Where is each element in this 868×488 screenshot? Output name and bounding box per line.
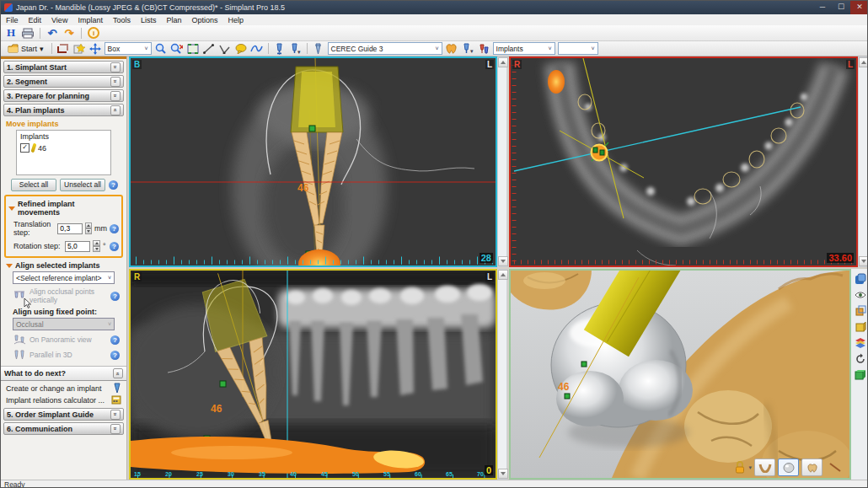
implant-handle[interactable] <box>581 362 587 367</box>
menu-plan[interactable]: Plan <box>161 16 186 24</box>
menu-view[interactable]: View <box>46 16 72 24</box>
fixed-point-select[interactable]: Occlusal˅ <box>13 318 115 330</box>
section-order-guide[interactable]: 5. Order Simplant Guide » <box>3 408 124 421</box>
line-tool-icon[interactable] <box>202 42 216 55</box>
axial-viewport[interactable]: R L 33.60 <box>509 56 858 267</box>
move-tool-icon[interactable] <box>88 42 102 55</box>
lock-dropdown-caret[interactable]: ▾ <box>748 464 752 471</box>
section-communication[interactable]: 6. Communication » <box>3 422 124 435</box>
reference-implant-select[interactable]: <Select reference implant>˅ <box>13 271 115 284</box>
minimize-button[interactable]: ─ <box>813 1 832 14</box>
axial-scrollbar[interactable] <box>858 56 868 267</box>
bone-cube-icon[interactable] <box>854 368 866 381</box>
new-plan-icon[interactable] <box>72 42 86 55</box>
create-implant-link[interactable]: Create or change an implant <box>6 383 121 394</box>
box-select[interactable]: Box˅ <box>104 42 152 55</box>
menu-tools[interactable]: Tools <box>108 16 136 24</box>
implant-list-item[interactable]: ✓ 46 <box>20 143 107 153</box>
angle-tool-icon[interactable] <box>218 42 232 55</box>
print-icon[interactable] <box>21 27 35 40</box>
cross-section-viewport[interactable]: 46 B L 28 <box>129 56 497 267</box>
align-parallel-row: Parallel in 3D ? <box>13 349 120 361</box>
implant-dropdown-icon[interactable]: ▾ <box>461 42 474 55</box>
panoramic-scrollbar[interactable] <box>497 269 507 480</box>
chevron-up-icon[interactable]: » <box>110 105 121 115</box>
help-icon[interactable]: ? <box>110 351 120 360</box>
help-icon[interactable]: ? <box>110 292 120 301</box>
comment-tool-icon[interactable] <box>234 42 248 55</box>
chevron-down-icon[interactable]: » <box>110 77 121 87</box>
implant-handle[interactable] <box>565 394 570 399</box>
three-d-viewport[interactable]: 46 ▾ <box>509 269 851 480</box>
segmentation-layers-icon[interactable] <box>854 336 866 349</box>
implants-listbox[interactable]: Implants ✓ 46 <box>16 130 111 175</box>
volume-box-icon[interactable] <box>854 320 866 333</box>
layers-icon[interactable] <box>854 272 866 285</box>
section-simplant-start[interactable]: 1. Simplant Start » <box>3 61 124 73</box>
show-tooth-button[interactable] <box>801 459 822 476</box>
close-button[interactable]: ✕ <box>850 1 868 14</box>
rotation-stepper[interactable] <box>93 240 100 252</box>
guide-select[interactable]: CEREC Guide 3˅ <box>328 42 442 55</box>
section-segment[interactable]: 2. Segment » <box>3 75 124 88</box>
menu-implant[interactable]: Implant <box>72 16 108 24</box>
chevron-up-icon[interactable]: » <box>113 368 123 378</box>
info-icon[interactable]: i <box>87 27 100 40</box>
zoom-remove-icon[interactable]: ✕ <box>170 42 184 55</box>
section-plan-implants[interactable]: 4. Plan implants » <box>3 104 124 116</box>
undo-icon[interactable]: ↶ <box>46 27 59 40</box>
redo-icon[interactable]: ↷ <box>62 27 76 40</box>
menu-lists[interactable]: Lists <box>136 16 162 24</box>
save-icon[interactable]: H <box>4 27 18 40</box>
lock-icon[interactable] <box>734 461 746 474</box>
implant-tool-icon[interactable] <box>312 42 325 55</box>
collapse-triangle-icon[interactable] <box>6 264 13 268</box>
implant-toggle-icon[interactable] <box>477 42 490 55</box>
relations-calculator-link[interactable]: Implant relations calculator ... <box>6 395 121 405</box>
probe-tool-icon[interactable] <box>825 459 844 475</box>
select-all-button[interactable]: Select all <box>11 179 56 191</box>
show-jaw-button[interactable] <box>754 459 775 476</box>
fit-view-icon[interactable] <box>186 42 200 55</box>
rotation-step-input[interactable] <box>65 241 90 252</box>
chevron-down-icon[interactable]: » <box>110 91 121 101</box>
tooth-icon[interactable] <box>445 42 458 55</box>
menu-help[interactable]: Help <box>222 16 249 24</box>
implant-insert-icon[interactable] <box>273 42 287 55</box>
curve-tool-icon[interactable] <box>250 42 264 55</box>
ruler-label: 35 <box>259 471 265 477</box>
cross-section-scrollbar[interactable] <box>497 56 507 267</box>
implant-handle[interactable] <box>309 126 315 131</box>
chevron-down-icon[interactable]: » <box>110 410 121 420</box>
rotation-unit: ° <box>103 242 106 250</box>
menu-file[interactable]: File <box>1 16 24 24</box>
refresh-icon[interactable] <box>854 352 866 365</box>
translation-step-input[interactable] <box>57 223 83 234</box>
help-icon[interactable]: ? <box>110 242 119 251</box>
implant-checkbox[interactable]: ✓ <box>20 143 29 153</box>
chevron-down-icon[interactable]: » <box>110 424 121 434</box>
maximize-button[interactable]: ☐ <box>832 1 850 14</box>
unselect-all-button[interactable]: Unselect all <box>60 179 105 191</box>
help-icon[interactable]: ? <box>110 224 119 233</box>
show-crown-button[interactable] <box>778 459 799 476</box>
chevron-down-icon[interactable]: » <box>110 62 121 72</box>
help-icon[interactable]: ? <box>110 335 120 345</box>
eye-icon[interactable] <box>854 288 866 301</box>
collapse-triangle-icon[interactable] <box>8 206 15 211</box>
what-next-header[interactable]: What to do next? » <box>1 366 126 381</box>
crop-tool-icon[interactable] <box>56 42 70 55</box>
translation-stepper[interactable] <box>85 223 92 234</box>
implants-select[interactable]: Implants˅ <box>493 42 555 55</box>
menu-options[interactable]: Options <box>186 16 222 24</box>
help-icon[interactable]: ? <box>109 180 118 190</box>
menu-edit[interactable]: Edit <box>24 16 47 24</box>
start-button[interactable]: Start▾ <box>4 41 47 56</box>
panoramic-viewport[interactable]: 46 15 20 25 30 35 40 45 50 55 60 65 70 R… <box>129 269 497 480</box>
implant-insert-alt-icon[interactable]: ▾ <box>289 42 303 55</box>
zoom-icon[interactable] <box>154 42 168 55</box>
section-prepare-planning[interactable]: 3. Prepare for planning » <box>3 89 124 102</box>
implant-handle[interactable] <box>220 381 226 387</box>
clip-box-icon[interactable] <box>854 304 866 317</box>
secondary-select[interactable]: ˅ <box>558 42 598 55</box>
